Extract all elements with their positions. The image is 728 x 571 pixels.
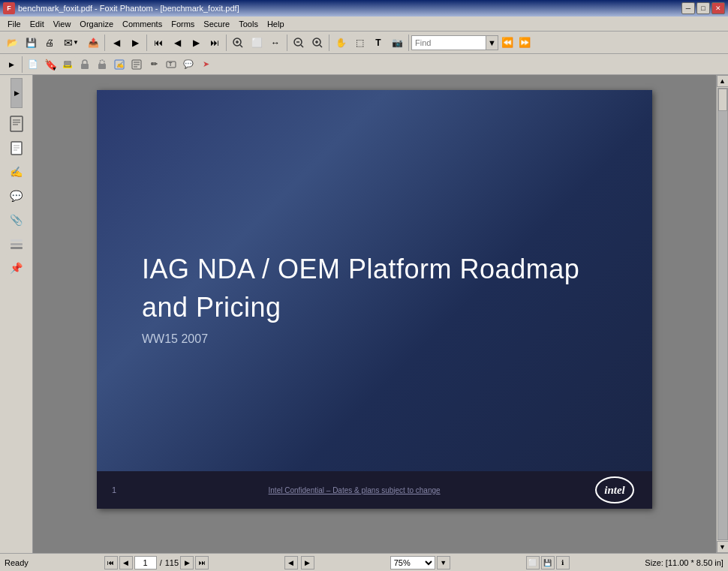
signatures-panel-button[interactable]: ✍ [5, 161, 28, 183]
hand-tool-button[interactable]: ✋ [332, 34, 350, 52]
find-dropdown-button[interactable]: ▼ [486, 35, 498, 50]
print-button[interactable]: 🖨 [41, 34, 59, 52]
export-button[interactable]: 📤 [84, 34, 102, 52]
fit-width-button[interactable]: ↔ [266, 34, 284, 52]
edit-button[interactable] [128, 56, 145, 73]
prev-result-button[interactable]: ⏪ [499, 35, 516, 51]
svg-rect-33 [11, 247, 23, 249]
separator5 [329, 35, 329, 51]
left-panel: ▶ ✍ 💬 📎 📌 [0, 75, 33, 553]
arrow-button[interactable]: ➤ [197, 56, 214, 73]
next-result-button[interactable]: ⏩ [516, 35, 533, 51]
app-icon: F [3, 2, 15, 14]
email-button[interactable]: ✉▼ [59, 34, 83, 52]
svg-rect-34 [11, 243, 23, 245]
menu-secure[interactable]: Secure [199, 18, 234, 30]
separator4 [287, 35, 287, 51]
fit-page-status-button[interactable]: ⬜ [526, 556, 540, 569]
slide-content: IAG NDA / OEM Platform Roadmap and Prici… [97, 90, 652, 509]
pencil-button[interactable]: ✏ [146, 56, 162, 73]
last-page-button[interactable]: ⏭ [206, 34, 224, 52]
menu-organize[interactable]: Organize [75, 18, 118, 30]
highlight-button[interactable] [59, 56, 76, 73]
menu-tools[interactable]: Tools [234, 18, 263, 30]
panel-toggle-button[interactable]: ▶ [11, 78, 23, 108]
unlock-button[interactable] [94, 56, 110, 73]
find-input[interactable] [411, 35, 486, 50]
info-status-button[interactable]: ℹ [556, 556, 570, 569]
close-button[interactable]: ✕ [711, 2, 725, 14]
sticky-note-button[interactable]: 📄 [25, 56, 41, 73]
next-search-button[interactable]: ▶ [301, 556, 314, 569]
text-select-button[interactable]: T [369, 34, 387, 52]
save-button[interactable]: 💾 [22, 34, 40, 52]
bookmarks-panel-button[interactable] [5, 113, 28, 135]
snapshot-button[interactable]: 📷 [388, 34, 406, 52]
maximize-button[interactable]: □ [696, 2, 710, 14]
minimize-button[interactable]: ─ [681, 2, 695, 14]
last-page-nav-button[interactable]: ⏭ [195, 556, 209, 569]
menu-view[interactable]: View [49, 18, 76, 30]
zoom-in-button[interactable] [229, 34, 247, 52]
slide-title: IAG NDA / OEM Platform Roadmap and Prici… [142, 253, 607, 329]
separator2 [146, 35, 147, 51]
page-size-info: Size: [11.00 * 8.50 in] [645, 558, 723, 567]
sticky-notes-panel-button[interactable]: 📌 [5, 257, 28, 279]
menu-comments[interactable]: Comments [118, 18, 167, 30]
comments-panel-button[interactable]: 💬 [5, 185, 28, 207]
select-tool-button[interactable]: ⬚ [350, 34, 369, 52]
page-separator: / [158, 558, 164, 567]
layers-panel-button[interactable] [5, 233, 28, 255]
next-page-nav-button[interactable]: ▶ [180, 556, 194, 569]
collapse-panel-button[interactable]: ▶ [3, 56, 20, 73]
callout-button[interactable]: 💬 [180, 56, 197, 73]
scroll-up-button[interactable]: ▲ [717, 75, 729, 87]
svg-text:T: T [169, 62, 173, 67]
status-bar: Ready ⏮ ◀ / 115 ▶ ⏭ ◀ ▶ 75% 50% 100% 125… [0, 553, 728, 571]
intel-logo: intel [592, 475, 637, 505]
fit-page-button[interactable]: ⬜ [248, 34, 266, 52]
scroll-down-button[interactable]: ▼ [717, 541, 729, 553]
find-group: ▼ [411, 35, 498, 50]
lock-button[interactable] [77, 56, 93, 73]
next-page-button[interactable]: ▶ [187, 34, 205, 52]
slide-footnote: Intel Confidential – Dates & plans subje… [116, 486, 592, 494]
toolbar2: ▶ 📄 🔖 ▼ ✍ [0, 54, 728, 75]
menu-forms[interactable]: Forms [167, 18, 199, 30]
svg-rect-15 [81, 64, 89, 69]
window-title: benchmark_foxit.pdf - Foxit Phantom - [b… [18, 4, 239, 13]
menu-file[interactable]: File [3, 18, 26, 30]
intel-logo-text: intel [604, 484, 625, 497]
zoom-dropdown-button[interactable]: ▼ [437, 556, 450, 569]
menu-edit[interactable]: Edit [26, 18, 49, 30]
separator3 [226, 35, 227, 51]
pdf-view-area[interactable]: IAG NDA / OEM Platform Roadmap and Prici… [33, 75, 716, 553]
prev-page-nav-button[interactable]: ◀ [119, 556, 133, 569]
total-pages: 115 [165, 558, 179, 567]
zoom-in-button2[interactable] [308, 34, 326, 52]
back-button[interactable]: ◀ [107, 34, 125, 52]
menu-help[interactable]: Help [263, 18, 289, 30]
scroll-thumb[interactable] [718, 89, 727, 111]
vertical-scrollbar: ▲ ▼ [716, 75, 728, 553]
attachments-panel-button[interactable]: 📎 [5, 209, 28, 231]
save-status-button[interactable]: 💾 [541, 556, 555, 569]
stamp-button[interactable]: 🔖 ▼ [42, 56, 59, 73]
current-page-input[interactable] [134, 556, 157, 569]
open-button[interactable]: 📂 [3, 34, 21, 52]
svg-rect-16 [98, 64, 106, 69]
zoom-out-button2[interactable] [290, 34, 308, 52]
sign-button[interactable]: ✍ [111, 56, 128, 73]
svg-line-1 [240, 45, 242, 47]
forward-button[interactable]: ▶ [126, 34, 144, 52]
scroll-track[interactable] [717, 88, 728, 540]
first-page-nav-button[interactable]: ⏮ [104, 556, 118, 569]
first-page-button[interactable]: ⏮ [149, 34, 167, 52]
pages-panel-button[interactable] [5, 137, 28, 159]
zoom-select[interactable]: 75% 50% 100% 125% 150% [390, 556, 435, 569]
svg-rect-35 [11, 239, 23, 242]
prev-search-button[interactable]: ◀ [284, 556, 298, 569]
prev-page-button[interactable]: ◀ [168, 34, 186, 52]
text-box-button[interactable]: T [163, 56, 179, 73]
slide-title-line2: and Pricing [142, 291, 607, 323]
